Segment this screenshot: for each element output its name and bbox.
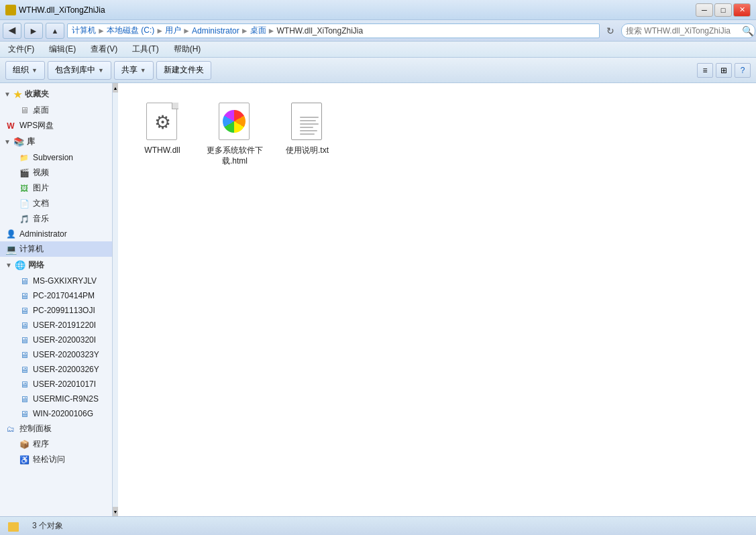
sidebar-scroll-down[interactable]: ▼ bbox=[113, 507, 118, 516]
sidebar-item-computer[interactable]: 💻 计算机 bbox=[0, 241, 112, 257]
sidebar-item-admin[interactable]: 👤 Administrator bbox=[0, 227, 112, 241]
sidebar-item-network-7[interactable]: 🖥 USER-20200326Y bbox=[0, 362, 112, 377]
maximize-button[interactable]: □ bbox=[714, 3, 732, 17]
sidebar-desktop-label: 桌面 bbox=[33, 105, 49, 116]
refresh-button[interactable]: ↻ bbox=[602, 23, 618, 38]
title-bar: WTHW.dll_XiTongZhiJia ─ □ ✕ bbox=[0, 0, 756, 20]
music-icon: 🎵 bbox=[19, 214, 30, 225]
breadcrumb-users[interactable]: 用户 bbox=[165, 25, 181, 36]
sidebar-control-panel-label: 控制面板 bbox=[19, 423, 52, 434]
sidebar-scroll-up[interactable]: ▲ bbox=[113, 83, 118, 93]
breadcrumb-admin[interactable]: Administrator bbox=[192, 26, 239, 36]
search-icon: 🔍 bbox=[742, 25, 753, 36]
sidebar-item-network-2[interactable]: 🖥 PC-20170414PM bbox=[0, 288, 112, 303]
sidebar-library-header[interactable]: ▼ 📚 库 bbox=[0, 133, 112, 150]
net-pc-icon-3: 🖥 bbox=[19, 305, 30, 316]
sidebar-item-network-8[interactable]: 🖥 USER-20201017I bbox=[0, 377, 112, 392]
sidebar-video-label: 视频 bbox=[33, 167, 49, 178]
file-item-html[interactable]: 更多系统软件下载.html bbox=[201, 94, 268, 170]
sidebar-image-label: 图片 bbox=[33, 182, 49, 194]
file-item-txt[interactable]: 使用说明.txt bbox=[274, 94, 341, 170]
sidebar-item-image[interactable]: 🖼 图片 bbox=[0, 180, 112, 196]
sidebar-item-network-4[interactable]: 🖥 USER-20191220I bbox=[0, 318, 112, 333]
menu-help[interactable]: 帮助(H) bbox=[170, 42, 205, 56]
sidebar-net-1-label: MS-GXKIXRYJLV bbox=[33, 276, 97, 286]
net-pc-icon-8: 🖥 bbox=[19, 379, 30, 390]
up-button[interactable]: ▲ bbox=[46, 23, 64, 39]
sidebar-library-label: 库 bbox=[27, 136, 35, 147]
control-panel-icon: 🗂 bbox=[5, 424, 16, 434]
image-icon: 🖼 bbox=[19, 183, 30, 194]
help-button[interactable]: ? bbox=[735, 63, 751, 78]
share-arrow: ▼ bbox=[140, 67, 146, 74]
doc-icon: 📄 bbox=[19, 198, 30, 209]
html-icon bbox=[213, 100, 256, 143]
menu-tools[interactable]: 工具(T) bbox=[128, 42, 162, 56]
view-grid-button[interactable]: ⊞ bbox=[716, 63, 732, 78]
sidebar: ▼ ★ 收藏夹 🖥 桌面 W WPS网盘 ▼ 📚 库 📁 Subversi bbox=[0, 83, 113, 516]
view-list-button[interactable]: ≡ bbox=[697, 63, 713, 78]
sidebar-item-network-9[interactable]: 🖥 USERMIC-R9N2S bbox=[0, 392, 112, 406]
breadcrumb-current[interactable]: WTHW.dll_XiTongZhiJia bbox=[276, 26, 363, 36]
sidebar-scrollbar[interactable]: ▲ ▼ bbox=[113, 83, 118, 516]
sidebar-subversion-label: Subversion bbox=[33, 153, 73, 162]
forward-button[interactable]: ► bbox=[24, 23, 43, 39]
sidebar-item-video[interactable]: 🎬 视频 bbox=[0, 165, 112, 180]
sidebar-item-music[interactable]: 🎵 音乐 bbox=[0, 211, 112, 227]
sidebar-item-network-3[interactable]: 🖥 PC-20991113OJI bbox=[0, 303, 112, 318]
sidebar-wps-label: WPS网盘 bbox=[19, 120, 54, 131]
video-icon: 🎬 bbox=[19, 168, 30, 178]
status-count: 3 个对象 bbox=[32, 520, 63, 532]
new-folder-label: 新建文件夹 bbox=[164, 64, 204, 76]
sidebar-item-wps[interactable]: W WPS网盘 bbox=[0, 118, 112, 133]
sidebar-item-programs[interactable]: 📦 程序 bbox=[0, 436, 112, 452]
menu-view[interactable]: 查看(V) bbox=[87, 42, 121, 56]
net-pc-icon-9: 🖥 bbox=[19, 394, 30, 404]
menu-edit[interactable]: 编辑(E) bbox=[45, 42, 80, 56]
computer-icon: 💻 bbox=[5, 244, 16, 255]
menu-bar: 文件(F) 编辑(E) 查看(V) 工具(T) 帮助(H) bbox=[0, 42, 756, 58]
programs-icon: 📦 bbox=[19, 439, 30, 450]
sidebar-admin-label: Administrator bbox=[19, 229, 67, 239]
window-title: WTHW.dll_XiTongZhiJia bbox=[19, 5, 105, 15]
file-item-dll[interactable]: ⚙ WTHW.dll bbox=[129, 94, 196, 170]
sidebar-item-network-6[interactable]: 🖥 USER-20200323Y bbox=[0, 347, 112, 362]
net-pc-icon-1: 🖥 bbox=[19, 276, 30, 286]
favorites-star-icon: ★ bbox=[13, 89, 22, 100]
sidebar-network-header[interactable]: ▼ 🌐 网络 bbox=[0, 257, 112, 274]
include-label: 包含到库中 bbox=[55, 64, 95, 76]
sidebar-item-control-panel[interactable]: 🗂 控制面板 bbox=[0, 421, 112, 436]
back-button[interactable]: ◄ bbox=[3, 23, 21, 39]
sidebar-item-network-1[interactable]: 🖥 MS-GXKIXRYJLV bbox=[0, 274, 112, 288]
new-folder-button[interactable]: 新建文件夹 bbox=[156, 61, 211, 80]
breadcrumb-drive[interactable]: 本地磁盘 (C:) bbox=[107, 25, 154, 36]
sidebar-net-9-label: USERMIC-R9N2S bbox=[33, 394, 99, 404]
organize-button[interactable]: 组织 ▼ bbox=[5, 61, 45, 80]
dll-file-label: WTHW.dll bbox=[144, 145, 180, 156]
sidebar-item-network-10[interactable]: 🖥 WIN-20200106G bbox=[0, 406, 112, 421]
include-library-button[interactable]: 包含到库中 ▼ bbox=[48, 61, 111, 80]
minimize-button[interactable]: ─ bbox=[696, 3, 713, 17]
sidebar-net-8-label: USER-20201017I bbox=[33, 379, 96, 389]
library-icon: 📚 bbox=[13, 137, 24, 147]
share-button[interactable]: 共享 ▼ bbox=[114, 61, 154, 80]
breadcrumb-computer[interactable]: 计算机 bbox=[72, 25, 96, 36]
sidebar-favorites-header[interactable]: ▼ ★ 收藏夹 bbox=[0, 86, 112, 103]
search-input[interactable] bbox=[621, 23, 755, 38]
sidebar-net-4-label: USER-20191220I bbox=[33, 320, 96, 330]
file-content-area: ⚙ WTHW.dll 更多系统软件下载.html bbox=[118, 83, 756, 516]
txt-file-label: 使用说明.txt bbox=[286, 145, 329, 156]
close-button[interactable]: ✕ bbox=[733, 3, 751, 17]
sidebar-computer-label: 计算机 bbox=[19, 243, 44, 255]
menu-file[interactable]: 文件(F) bbox=[4, 42, 38, 56]
wps-icon: W bbox=[5, 121, 16, 131]
sidebar-favorites-label: 收藏夹 bbox=[25, 88, 49, 100]
breadcrumb-desktop[interactable]: 桌面 bbox=[250, 25, 266, 36]
sidebar-item-network-5[interactable]: 🖥 USER-20200320I bbox=[0, 333, 112, 347]
sidebar-network-label: 网络 bbox=[28, 259, 44, 271]
html-file-label: 更多系统软件下载.html bbox=[205, 145, 265, 166]
sidebar-item-subversion[interactable]: 📁 Subversion bbox=[0, 150, 112, 165]
sidebar-item-doc[interactable]: 📄 文档 bbox=[0, 196, 112, 211]
sidebar-item-desktop[interactable]: 🖥 桌面 bbox=[0, 103, 112, 118]
sidebar-item-access[interactable]: ♿ 轻松访问 bbox=[0, 452, 112, 467]
